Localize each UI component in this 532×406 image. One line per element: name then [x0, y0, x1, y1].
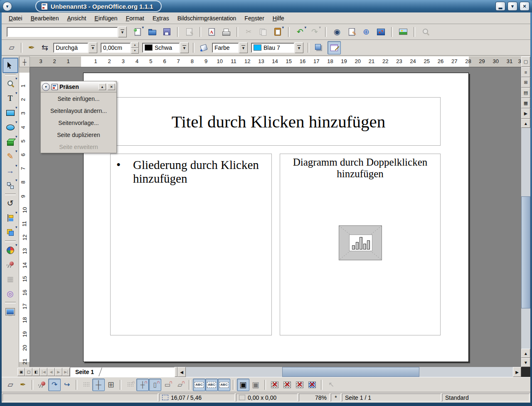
outline-view-button[interactable]: ≡ — [521, 67, 530, 77]
handout-view-button[interactable]: ▦ — [521, 98, 530, 108]
menu-format[interactable]: Format — [122, 14, 148, 23]
status-position-field[interactable]: 16,07 / 5,46 — [159, 394, 235, 401]
horizontal-scrollbar[interactable] — [186, 367, 513, 377]
snap-to-page-margins-button[interactable] — [149, 379, 161, 391]
scroll-down-button[interactable]: ▼ — [521, 358, 530, 367]
paste-button[interactable] — [271, 25, 284, 39]
shadow-button[interactable] — [312, 41, 325, 54]
curve-tool[interactable]: ✎ — [3, 149, 18, 164]
menu-fenster[interactable]: Fenster — [241, 14, 268, 23]
vertical-scrollbar[interactable] — [521, 128, 530, 349]
new-document-button[interactable] — [131, 25, 144, 39]
fill-color-value[interactable]: Blau 7 — [251, 43, 294, 53]
search-button[interactable] — [419, 25, 432, 39]
zoom-window-button[interactable] — [374, 25, 387, 39]
print-file-button[interactable] — [219, 25, 233, 39]
exit-all-groups-button[interactable]: ↖ — [325, 379, 337, 391]
line-style-dropdown[interactable]: ▼ — [89, 42, 97, 53]
insert-tool[interactable] — [3, 243, 18, 257]
palette-item-seite-erweitern[interactable]: Seite erweitern — [41, 141, 116, 153]
fill-type-value[interactable]: Farbe — [212, 43, 239, 53]
edit-file-button[interactable] — [182, 25, 196, 39]
page-mode-button[interactable]: ▣ — [17, 368, 25, 376]
snap-lines-visible-button[interactable] — [124, 379, 136, 391]
tab-seite-1[interactable]: Seite 1 — [71, 367, 102, 377]
pen-style-button[interactable]: ✒ — [25, 41, 38, 54]
quick-edit-button[interactable]: ABC — [193, 379, 205, 391]
alignment-tool[interactable] — [3, 210, 18, 225]
stylist-button[interactable] — [345, 25, 358, 39]
fill-color-dropdown[interactable]: ▼ — [295, 42, 303, 53]
allow-interaction-button[interactable]: ↪ — [61, 379, 73, 391]
interaction-tool[interactable]: ▦ — [3, 272, 18, 286]
3d-controller-tool[interactable]: ◎ — [3, 286, 18, 301]
status-zoom-field[interactable]: 78% — [299, 394, 330, 401]
start-slideshow-button[interactable]: ▶ — [521, 108, 530, 119]
presentation-tool[interactable] — [3, 304, 18, 319]
guides-visible-button[interactable]: ⊞ — [105, 379, 117, 391]
save-document-button[interactable] — [160, 25, 173, 39]
first-page-button[interactable]: |◀ — [40, 368, 47, 376]
menu-einfuegen[interactable]: Einfügen — [91, 14, 121, 23]
status-page-field[interactable]: Seite 1 / 1 — [342, 394, 441, 401]
layer-mode-button[interactable]: ◧ — [32, 368, 40, 376]
large-handles-button[interactable]: ▣ — [237, 379, 249, 391]
palette-item-seite-duplizieren[interactable]: Seite duplizieren — [41, 129, 116, 141]
status-style-field[interactable]: Standard — [442, 394, 530, 401]
menu-bildschirmpraesentation[interactable]: Bildschirmpräsentation — [174, 14, 240, 23]
menu-bearbeiten[interactable]: Bearbeiten — [27, 14, 63, 23]
title-placeholder[interactable]: Titel durch Klicken hinzufügen — [116, 97, 441, 146]
scroll-up-button[interactable]: ▲ — [521, 119, 530, 128]
edit-points-button[interactable]: ▱ — [4, 379, 17, 391]
select-tool[interactable] — [2, 58, 18, 73]
vertical-scroll-thumb[interactable] — [521, 196, 530, 308]
url-input[interactable] — [7, 27, 118, 37]
menu-hilfe[interactable]: Hilfe — [269, 14, 288, 23]
snap-to-guides-button[interactable] — [136, 379, 149, 391]
snap-to-grid-button[interactable]: ┼ — [92, 379, 105, 391]
ellipse-tool[interactable] — [3, 120, 18, 135]
slide-view-button[interactable]: ⊞ — [521, 77, 530, 88]
snap-to-object-border-button[interactable] — [161, 379, 174, 391]
open-document-button[interactable] — [145, 25, 159, 39]
scroll-right-button[interactable]: ▶ — [513, 367, 521, 377]
palette-item-seite-einfügen[interactable]: Seite einfügen... — [41, 93, 116, 105]
minimize-button[interactable]: ▂ — [495, 2, 505, 11]
edit-glue-points-button[interactable]: ✒ — [17, 379, 29, 391]
cut-button[interactable]: ✂ — [242, 25, 255, 39]
drawing-view-button[interactable]: ▢ — [521, 56, 530, 67]
object-placeholder-button[interactable] — [306, 379, 318, 391]
tab-strip-splitter[interactable] — [175, 367, 177, 377]
slide-page[interactable]: Titel durch Klicken hinzufügen • Glieder… — [83, 73, 469, 362]
connector-tool[interactable] — [3, 178, 18, 193]
horizontal-ruler[interactable]: 3211234567891011121314151617181920212223… — [30, 56, 521, 67]
vertical-ruler[interactable]: 123456789101112131415161718192021 — [19, 67, 30, 367]
insert-graphics-button[interactable] — [397, 25, 410, 39]
effects-tool[interactable] — [3, 257, 18, 272]
palette-item-seitenlayout-ändern[interactable]: Seitenlayout ändern... — [41, 105, 116, 117]
rectangle-tool[interactable] — [3, 105, 18, 120]
workspace-canvas[interactable]: Titel durch Klicken hinzufügen • Glieder… — [30, 67, 521, 367]
text-placeholder-button[interactable] — [293, 379, 306, 391]
effects-button[interactable] — [36, 379, 48, 391]
simple-handles-button[interactable]: ▣ — [249, 379, 262, 391]
undo-button[interactable]: ↶ — [293, 25, 307, 39]
previous-page-button[interactable]: ◀ — [47, 368, 55, 376]
scroll-left-button[interactable]: ◀ — [177, 367, 186, 377]
palette-menu-button[interactable]: ▼ — [42, 83, 50, 91]
palette-rollup-button[interactable]: ▲ — [99, 83, 106, 90]
url-dropdown-button[interactable]: ▼ — [118, 27, 127, 37]
scroll-up-button-2[interactable]: ▲ — [521, 349, 530, 358]
edit-points-button[interactable]: ▱ — [5, 41, 18, 54]
grid-visible-button[interactable] — [80, 379, 92, 391]
palette-item-seitenvorlage[interactable]: Seitenvorlage... — [41, 117, 116, 129]
presentation-palette-toggle[interactable] — [328, 41, 341, 54]
line-color-value[interactable]: Schwa — [142, 43, 180, 53]
contour-placeholder-button[interactable] — [281, 379, 293, 391]
maximize-button[interactable]: ▼ — [507, 2, 517, 11]
menu-datei[interactable]: Datei — [5, 14, 26, 23]
double-click-to-edit-text-button[interactable]: ABC — [218, 379, 230, 391]
line-style-value[interactable]: Durchgä — [53, 43, 88, 53]
notes-view-button[interactable]: ▤ — [521, 88, 530, 98]
rotate-tool[interactable]: ↺ — [3, 196, 18, 210]
